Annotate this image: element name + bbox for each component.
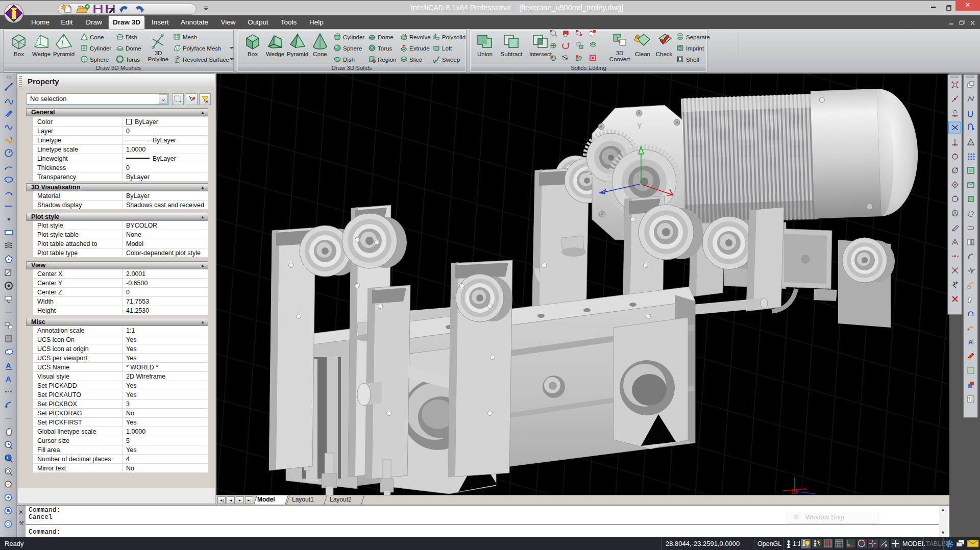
svg-text:A: A [6,361,11,370]
svg-text:A: A [968,339,973,346]
svg-text:A: A [6,374,11,383]
svg-text:Z: Z [586,192,591,201]
svg-text:Y: Y [637,122,642,130]
